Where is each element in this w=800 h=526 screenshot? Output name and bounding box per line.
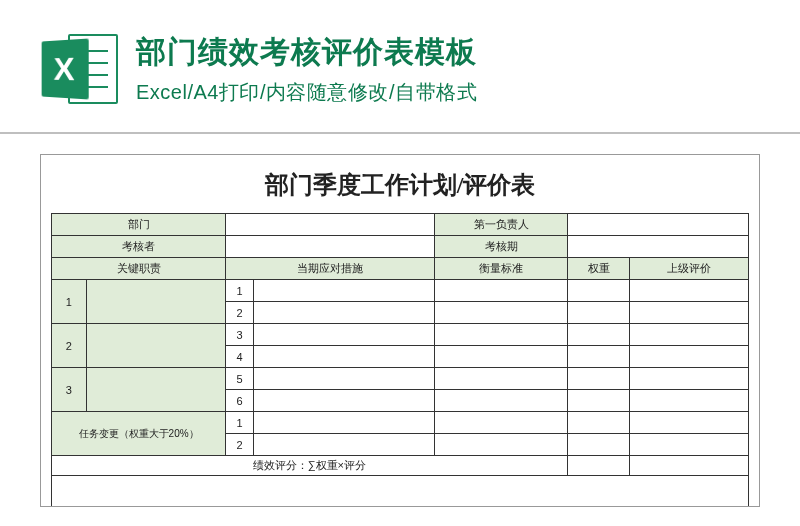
score-label: 绩效评分：∑权重×评分 <box>52 456 568 476</box>
task-change-label: 任务变更（权重大于20%） <box>52 412 226 456</box>
criteria-cell <box>435 324 567 346</box>
review-cell <box>630 412 749 434</box>
score-row: 绩效评分：∑权重×评分 <box>52 456 749 476</box>
sub-num: 2 <box>226 434 254 456</box>
review-cell <box>630 280 749 302</box>
review-cell <box>630 368 749 390</box>
review-cell <box>630 346 749 368</box>
criteria-cell <box>435 302 567 324</box>
col-weight: 权重 <box>567 258 630 280</box>
duty-cell <box>86 324 225 368</box>
sub-num: 1 <box>226 412 254 434</box>
criteria-cell <box>435 390 567 412</box>
table-row: 1 1 <box>52 280 749 302</box>
score-weight <box>567 456 630 476</box>
value-assessor <box>226 236 435 258</box>
value-owner <box>567 214 748 236</box>
measure-cell <box>254 434 435 456</box>
weight-cell <box>567 368 630 390</box>
measure-cell <box>254 412 435 434</box>
sub-num: 1 <box>226 280 254 302</box>
sub-num: 3 <box>226 324 254 346</box>
template-subtitle: Excel/A4打印/内容随意修改/自带格式 <box>136 79 760 106</box>
info-row: 考核者 考核期 <box>52 236 749 258</box>
value-department <box>226 214 435 236</box>
group-num: 1 <box>52 280 87 324</box>
label-owner: 第一负责人 <box>435 214 567 236</box>
evaluation-table: 部门 第一负责人 考核者 考核期 关键职责 当期应对措施 衡量标准 权重 上级评… <box>51 213 749 506</box>
measure-cell <box>254 280 435 302</box>
task-change-row: 任务变更（权重大于20%） 1 <box>52 412 749 434</box>
sub-num: 2 <box>226 302 254 324</box>
sheet-preview: 部门季度工作计划/评价表 部门 第一负责人 考核者 考核期 <box>0 134 800 507</box>
info-row: 部门 第一负责人 <box>52 214 749 236</box>
weight-cell <box>567 346 630 368</box>
excel-x-letter: X <box>54 50 75 88</box>
duty-cell <box>86 368 225 412</box>
duty-cell <box>86 280 225 324</box>
measure-cell <box>254 324 435 346</box>
group-num: 2 <box>52 324 87 368</box>
criteria-cell <box>435 368 567 390</box>
weight-cell <box>567 324 630 346</box>
group-num: 3 <box>52 368 87 412</box>
score-review <box>630 456 749 476</box>
sub-num: 4 <box>226 346 254 368</box>
measure-cell <box>254 390 435 412</box>
review-cell <box>630 434 749 456</box>
title-block: 部门绩效考核评价表模板 Excel/A4打印/内容随意修改/自带格式 <box>136 32 760 106</box>
template-header: X 部门绩效考核评价表模板 Excel/A4打印/内容随意修改/自带格式 <box>0 0 800 128</box>
weight-cell <box>567 280 630 302</box>
column-header-row: 关键职责 当期应对措施 衡量标准 权重 上级评价 <box>52 258 749 280</box>
review-cell <box>630 390 749 412</box>
measure-cell <box>254 368 435 390</box>
weight-cell <box>567 412 630 434</box>
weight-cell <box>567 302 630 324</box>
criteria-cell <box>435 280 567 302</box>
blank-row <box>52 476 749 506</box>
template-title: 部门绩效考核评价表模板 <box>136 32 760 73</box>
col-criteria: 衡量标准 <box>435 258 567 280</box>
col-key-duty: 关键职责 <box>52 258 226 280</box>
table-row: 2 3 <box>52 324 749 346</box>
excel-icon: X <box>40 30 118 108</box>
weight-cell <box>567 390 630 412</box>
label-department: 部门 <box>52 214 226 236</box>
table-row: 3 5 <box>52 368 749 390</box>
measure-cell <box>254 346 435 368</box>
value-period <box>567 236 748 258</box>
col-measures: 当期应对措施 <box>226 258 435 280</box>
label-assessor: 考核者 <box>52 236 226 258</box>
weight-cell <box>567 434 630 456</box>
label-period: 考核期 <box>435 236 567 258</box>
measure-cell <box>254 302 435 324</box>
sub-num: 6 <box>226 390 254 412</box>
sub-num: 5 <box>226 368 254 390</box>
criteria-cell <box>435 412 567 434</box>
sheet-title: 部门季度工作计划/评价表 <box>51 169 749 201</box>
col-review: 上级评价 <box>630 258 749 280</box>
criteria-cell <box>435 434 567 456</box>
review-cell <box>630 302 749 324</box>
review-cell <box>630 324 749 346</box>
criteria-cell <box>435 346 567 368</box>
